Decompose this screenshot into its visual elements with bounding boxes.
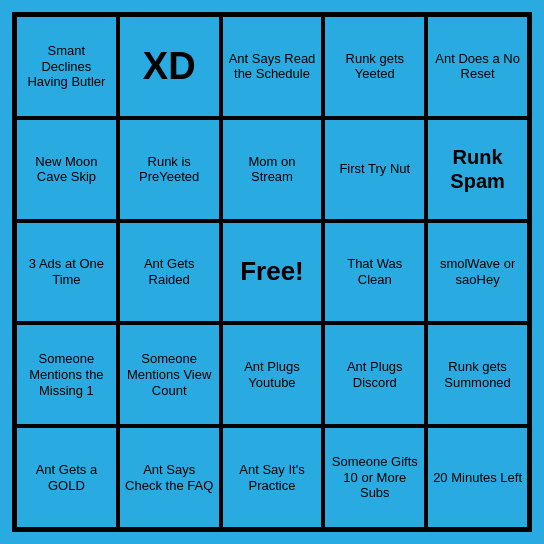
- bingo-cell-r4c2: Ant Say It's Practice: [221, 426, 324, 529]
- bingo-cell-r1c2: Mom on Stream: [221, 118, 324, 221]
- bingo-cell-r1c1: Runk is PreYeeted: [118, 118, 221, 221]
- bingo-cell-r3c4: Runk gets Summoned: [426, 323, 529, 426]
- bingo-cell-r1c3: First Try Nut: [323, 118, 426, 221]
- bingo-cell-r0c4: Ant Does a No Reset: [426, 15, 529, 118]
- bingo-cell-r2c1: Ant Gets Raided: [118, 221, 221, 324]
- bingo-cell-r4c4: 20 Minutes Left: [426, 426, 529, 529]
- bingo-cell-r1c4: Runk Spam: [426, 118, 529, 221]
- bingo-cell-r4c3: Someone Gifts 10 or More Subs: [323, 426, 426, 529]
- bingo-cell-r1c0: New Moon Cave Skip: [15, 118, 118, 221]
- bingo-cell-r2c4: smolWave or saoHey: [426, 221, 529, 324]
- bingo-cell-r0c0: Smant Declines Having Butler: [15, 15, 118, 118]
- bingo-cell-r3c0: Someone Mentions the Missing 1: [15, 323, 118, 426]
- bingo-cell-r4c0: Ant Gets a GOLD: [15, 426, 118, 529]
- bingo-cell-r4c1: Ant Says Check the FAQ: [118, 426, 221, 529]
- bingo-cell-r2c0: 3 Ads at One Time: [15, 221, 118, 324]
- bingo-cell-r2c3: That Was Clean: [323, 221, 426, 324]
- bingo-cell-r3c3: Ant Plugs Discord: [323, 323, 426, 426]
- bingo-board: Smant Declines Having ButlerXDAnt Says R…: [12, 12, 532, 532]
- bingo-cell-r2c2: Free!: [221, 221, 324, 324]
- bingo-cell-r0c3: Runk gets Yeeted: [323, 15, 426, 118]
- bingo-cell-r3c1: Someone Mentions View Count: [118, 323, 221, 426]
- bingo-cell-r0c2: Ant Says Read the Schedule: [221, 15, 324, 118]
- bingo-cell-r0c1: XD: [118, 15, 221, 118]
- bingo-cell-r3c2: Ant Plugs Youtube: [221, 323, 324, 426]
